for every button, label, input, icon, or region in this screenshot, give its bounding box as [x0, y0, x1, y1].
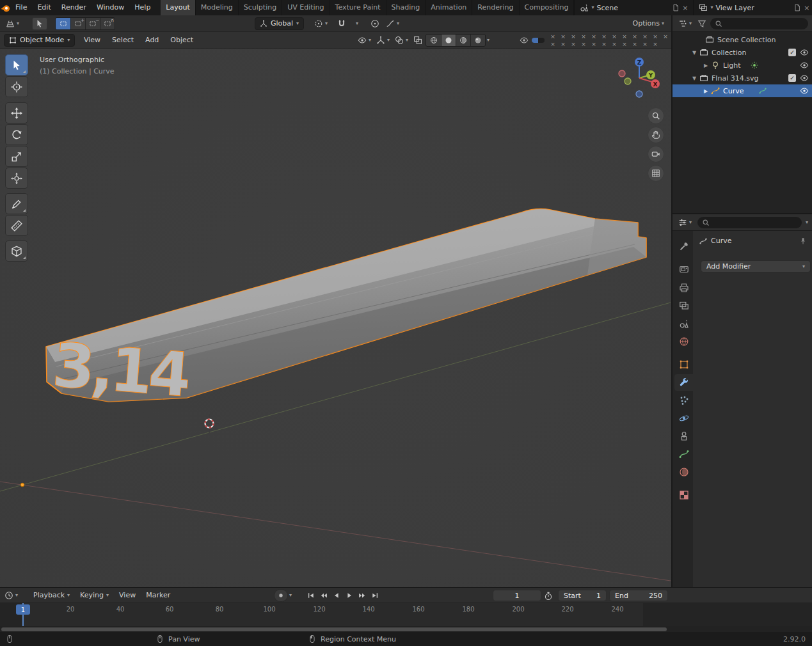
next-keyframe-button[interactable]	[356, 590, 369, 601]
select-mode-subtract-button[interactable]: −	[85, 18, 100, 29]
tab-shading[interactable]: Shading	[386, 0, 426, 15]
tab-rendering[interactable]: Rendering	[472, 0, 519, 15]
properties-search-input[interactable]	[697, 217, 802, 228]
rotate-tool-button[interactable]	[5, 124, 28, 145]
view-layer-name[interactable]: View Layer	[715, 4, 754, 12]
playback-menu[interactable]: Playback▾	[28, 588, 75, 603]
proportional-falloff-dropdown[interactable]: ▾	[384, 17, 401, 30]
shading-solid-button[interactable]	[441, 35, 456, 46]
jump-to-start-button[interactable]	[305, 590, 317, 601]
timeline-editor-type-button[interactable]: ▾	[3, 589, 20, 602]
view-layer-browse-chevron-icon[interactable]: ▾	[710, 5, 713, 10]
shading-material-button[interactable]	[456, 35, 470, 46]
shading-wireframe-button[interactable]	[426, 35, 441, 46]
timeline-view-menu[interactable]: View	[114, 588, 141, 603]
menu-render[interactable]: Render	[56, 0, 92, 15]
remove-view-layer-icon[interactable]: ×	[804, 4, 809, 12]
select-box-tool-button[interactable]	[5, 54, 28, 75]
tab-object[interactable]	[674, 356, 693, 373]
preview-range-toggle[interactable]	[542, 590, 555, 603]
camera-view-button[interactable]	[648, 146, 664, 162]
editor-type-button[interactable]: ▾	[4, 17, 21, 30]
new-scene-icon[interactable]	[672, 4, 680, 12]
menu-help[interactable]: Help	[129, 0, 155, 15]
scale-tool-button[interactable]	[5, 146, 28, 167]
keying-menu[interactable]: Keying▾	[75, 588, 114, 603]
hide-eye-icon[interactable]	[800, 74, 809, 83]
tab-object-data[interactable]	[674, 446, 693, 462]
active-tool-button[interactable]	[32, 17, 47, 30]
tab-compositing[interactable]: Compositing	[520, 0, 575, 15]
scene-name[interactable]: Scene	[596, 4, 618, 12]
marker-menu[interactable]: Marker	[141, 588, 175, 603]
tab-scene[interactable]	[674, 315, 693, 332]
tab-constraints[interactable]	[674, 428, 693, 445]
shading-dropdown-chevron-icon[interactable]: ▾	[487, 38, 490, 43]
keying-dropdown-chevron-icon[interactable]: ▾	[289, 593, 292, 598]
options-dropdown[interactable]: Options ▾	[631, 17, 666, 30]
prev-keyframe-button[interactable]	[317, 590, 330, 601]
outliner-row-final-svg[interactable]: ▼ FInal 314.svg ✓	[673, 72, 812, 84]
playhead-frame-chip[interactable]: 1	[16, 604, 30, 615]
scrollbar-thumb[interactable]	[1, 627, 667, 631]
tab-modifiers[interactable]	[674, 374, 693, 391]
add-primitive-tool-button[interactable]	[5, 240, 28, 262]
scene-browse-chevron-icon[interactable]: ▾	[591, 5, 594, 10]
add-menu[interactable]: Add	[139, 33, 164, 48]
pivot-point-dropdown[interactable]: ▾	[312, 17, 330, 30]
show-overlays-dropdown[interactable]: ▾	[393, 34, 410, 47]
properties-options-chevron-icon[interactable]: ▾	[806, 220, 808, 225]
hide-eye-icon[interactable]	[800, 48, 809, 57]
tab-sculpting[interactable]: Sculpting	[239, 0, 282, 15]
annotate-tool-button[interactable]	[5, 193, 28, 214]
menu-window[interactable]: Window	[92, 0, 129, 15]
jump-to-end-button[interactable]	[369, 590, 381, 601]
view-layer-selector[interactable]: ▾ View Layer ×	[693, 0, 812, 15]
start-frame-field[interactable]: Start1	[558, 590, 607, 601]
cursor-tool-button[interactable]	[5, 76, 28, 97]
scene-selector[interactable]: ▾ Scene ×	[574, 0, 693, 15]
pin-icon[interactable]	[799, 237, 807, 245]
current-frame-field[interactable]: 1	[493, 590, 541, 601]
select-mode-extend-button[interactable]: +	[70, 18, 85, 29]
disclosure-open-icon[interactable]: ▼	[690, 50, 699, 56]
proportional-editing-toggle[interactable]	[369, 17, 381, 30]
xray-toggle[interactable]	[411, 34, 424, 47]
tab-modeling[interactable]: Modeling	[196, 0, 239, 15]
tab-world[interactable]	[674, 333, 693, 350]
pan-view-button[interactable]	[648, 127, 664, 143]
tab-material[interactable]	[674, 464, 693, 480]
new-view-layer-icon[interactable]	[793, 4, 801, 12]
menu-edit[interactable]: Edit	[32, 0, 56, 15]
zoom-view-button[interactable]	[648, 107, 664, 124]
gizmo-neg-z-ball[interactable]	[636, 91, 642, 97]
outliner-row-scene-collection[interactable]: Scene Collection	[673, 33, 812, 46]
play-button[interactable]	[343, 590, 356, 601]
end-frame-field[interactable]: End250	[609, 590, 668, 601]
timeline-ruler[interactable]: 20 40 60 80 100 120 140 160 180 200 220 …	[0, 603, 812, 626]
tab-tool[interactable]	[674, 238, 693, 255]
tab-texture[interactable]	[674, 487, 693, 503]
gizmo-neg-x-ball[interactable]	[619, 70, 625, 77]
blender-logo-icon[interactable]	[0, 3, 10, 13]
viewport-canvas[interactable]: 3,14 Z Y X	[0, 49, 671, 587]
shading-rendered-button[interactable]	[470, 35, 485, 46]
disclosure-closed-icon[interactable]: ▶	[701, 63, 710, 68]
transform-orientation-dropdown[interactable]: Global ▾	[255, 17, 304, 30]
tab-layout[interactable]: Layout	[161, 0, 195, 15]
toggle-orthographic-button[interactable]	[648, 165, 664, 182]
transform-tool-button[interactable]	[5, 168, 28, 189]
select-mode-intersect-button[interactable]: ∩	[100, 18, 115, 29]
collection-checkbox[interactable]: ✓	[788, 49, 796, 56]
snap-toggle[interactable]	[335, 17, 348, 30]
tab-uv-editing[interactable]: UV Editing	[282, 0, 330, 15]
object-type-visibility-dropdown[interactable]: ▾	[356, 34, 373, 47]
properties-editor-type-button[interactable]: ▾	[676, 216, 694, 229]
select-mode-set-button[interactable]	[56, 18, 70, 29]
gizmo-neg-y-ball[interactable]	[625, 78, 631, 84]
outliner-row-collection[interactable]: ▼ Collection ✓	[673, 46, 812, 59]
tab-render[interactable]	[674, 261, 693, 278]
tab-particles[interactable]	[674, 392, 693, 409]
tab-output[interactable]	[674, 280, 693, 296]
filter-icon[interactable]	[697, 19, 706, 28]
